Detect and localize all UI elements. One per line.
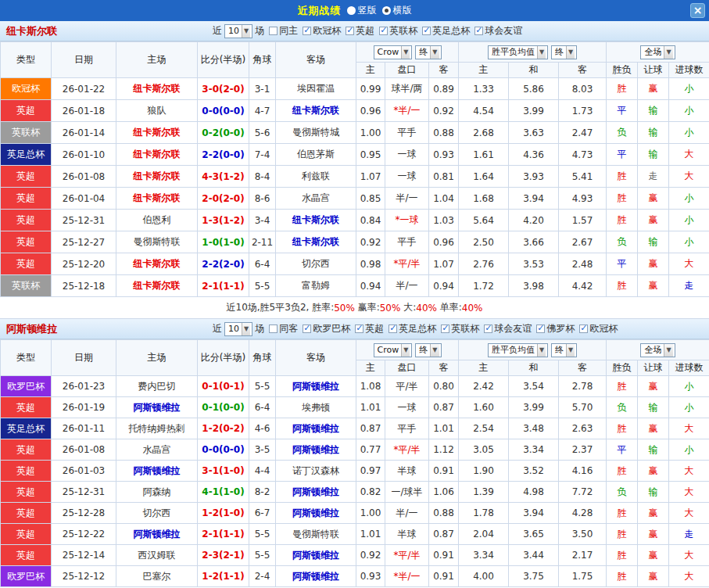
ah-line: 平手: [385, 418, 429, 439]
score: 2-2(0-0): [198, 144, 249, 166]
avg-stage-select[interactable]: 终▼: [551, 45, 577, 59]
recent-count-select[interactable]: 10▼: [224, 322, 252, 336]
competition-badge: 英联杯: [1, 122, 52, 144]
score: 0-0(0-0): [198, 100, 249, 122]
cup-checkbox-label: 英联杯: [451, 322, 479, 335]
result-wdl: 平: [607, 100, 638, 122]
avg-type-select[interactable]: 胜平负均值▼: [488, 45, 548, 59]
ah-home-odds: 0.93: [356, 566, 385, 587]
cup-checkbox[interactable]: 球会友谊: [484, 322, 532, 335]
ah-home-odds: 0.85: [356, 188, 385, 210]
cup-checkbox-label: 球会友谊: [485, 24, 522, 38]
score: 4-1(1-0): [198, 482, 249, 503]
col-date-header: 日期: [52, 42, 116, 78]
cup-checkbox[interactable]: 英联杯: [441, 322, 479, 335]
checkbox-icon: [441, 324, 449, 333]
ah-home-odds: 0.96: [356, 100, 385, 122]
home-team: 纽卡斯尔联: [116, 122, 198, 144]
cup-checkbox[interactable]: 英足总杯: [389, 322, 436, 335]
score: 3-0(2-0): [198, 78, 249, 100]
avg-away-odds: 4.16: [559, 461, 607, 482]
score: 2-0(2-0): [198, 188, 249, 210]
chevron-down-icon: ▼: [242, 25, 250, 38]
recent-label: 近: [213, 322, 222, 335]
home-team: 纽卡斯尔联: [116, 78, 198, 100]
away-team: 阿斯顿维拉: [276, 566, 356, 587]
avg-stage-select[interactable]: 终▼: [551, 343, 577, 357]
avg-home-header: 主: [459, 63, 509, 78]
match-date: 25-12-20: [52, 253, 116, 275]
match-date: 26-01-14: [52, 122, 116, 144]
avg-away-odds: 2.48: [559, 253, 607, 275]
score: 2-3(2-1): [198, 545, 249, 566]
result-handicap: 赢: [638, 566, 669, 587]
score: 2-1(1-1): [198, 275, 249, 297]
bookmaker-select[interactable]: Crow▼: [374, 343, 413, 357]
cup-checkbox[interactable]: 球会友谊: [474, 24, 522, 38]
avg-away-odds: 3.50: [559, 524, 607, 545]
corners: 3-5: [249, 439, 276, 461]
cup-checkbox[interactable]: 佛罗杯: [536, 322, 575, 335]
result-handicap: 输: [638, 100, 669, 122]
match-date: 25-12-18: [52, 275, 116, 297]
cup-checkbox[interactable]: 欧冠杯: [303, 24, 341, 38]
away-team: 纽卡斯尔联: [276, 210, 356, 231]
cup-checkbox-label: 球会友谊: [494, 322, 532, 335]
result-wdl: 胜: [607, 524, 638, 545]
checkbox-icon: [422, 27, 431, 35]
bookmaker-select[interactable]: Crow▼: [374, 45, 413, 59]
cup-checkbox[interactable]: 英足总杯: [422, 24, 470, 38]
checkbox-icon: [303, 27, 311, 35]
avg-type-select[interactable]: 胜平负均值▼: [488, 343, 548, 357]
ah-stage-select[interactable]: 终▼: [415, 45, 441, 59]
avg-away-odds: 1.73: [559, 100, 607, 122]
scope-select[interactable]: 全场▼: [640, 343, 675, 357]
match-date: 26-01-18: [52, 100, 116, 122]
ah-away-odds: 0.80: [429, 376, 459, 397]
checkbox-icon: [474, 27, 483, 35]
result-goals: 大: [669, 503, 709, 524]
recent-count-select-value: 10: [228, 26, 239, 36]
scope-select[interactable]: 全场▼: [640, 45, 675, 59]
result-wdl: 胜: [607, 566, 638, 587]
avg-home-header: 主: [459, 360, 509, 376]
ah-line: 平手: [385, 231, 429, 253]
corners: 8-4: [249, 166, 276, 188]
cup-checkbox[interactable]: 英超: [355, 322, 384, 335]
ah-home-odds: 0.99: [356, 78, 385, 100]
view-option-vertical[interactable]: 竖版: [347, 4, 377, 17]
chevron-down-icon: ▼: [537, 46, 546, 59]
close-button[interactable]: ×: [690, 3, 705, 18]
ah-away-odds: 0.96: [429, 231, 459, 253]
corners: 4-6: [249, 418, 276, 439]
avg-draw-odds: 3.75: [509, 566, 559, 587]
avg-away-odds: 2.17: [559, 545, 607, 566]
ah-away-odds: 1.07: [429, 253, 459, 275]
view-option-horizontal[interactable]: 横版: [382, 4, 412, 17]
match-row: 英超25-12-31伯恩利1-3(1-2)3-4纽卡斯尔联0.84*一球1.03…: [1, 210, 709, 231]
section-header-bar: 纽卡斯尔联近10▼场同主欧冠杯英超英联杯英足总杯球会友谊: [0, 21, 709, 41]
cup-checkbox-label: 欧冠杯: [589, 322, 618, 335]
avg-away-odds: 2.47: [559, 122, 607, 144]
ah-line: 半球: [385, 461, 429, 482]
cup-checkbox[interactable]: 英超: [346, 24, 374, 38]
ah-home-odds: 1.01: [356, 524, 385, 545]
home-team: 水晶宫: [116, 439, 198, 461]
result-handicap-header: 让球: [638, 360, 669, 376]
corners: 6-4: [249, 253, 276, 275]
avg-away-odds: 1.75: [559, 566, 607, 587]
cup-checkbox-label: 英超: [365, 322, 384, 335]
cup-checkbox[interactable]: 欧罗巴杯: [303, 322, 350, 335]
avg-stage-select-value: 终: [555, 344, 564, 356]
ah-away-odds: 0.91: [429, 461, 459, 482]
cup-checkbox[interactable]: 英联杯: [379, 24, 417, 38]
same-side-checkbox[interactable]: 同主: [269, 24, 298, 38]
ah-stage-select[interactable]: 终▼: [415, 343, 441, 357]
same-side-checkbox[interactable]: 同客: [269, 322, 298, 335]
cup-checkbox[interactable]: 欧冠杯: [579, 322, 618, 335]
result-goals: 小: [669, 397, 709, 418]
recent-count-select[interactable]: 10▼: [224, 24, 252, 38]
recent-count-select-value: 10: [228, 324, 239, 334]
score: 1-3(1-2): [198, 210, 249, 231]
result-wdl: 负: [607, 397, 638, 418]
